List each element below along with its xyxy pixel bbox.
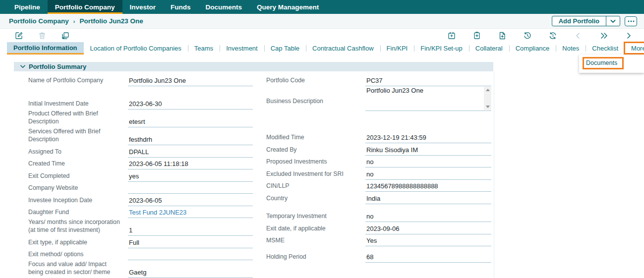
business-description-text: Portfolio Jun23 One [366,87,423,94]
field-row: Modified Time 2023-12-19 21:43:59 [266,131,491,144]
cin-llp-field[interactable]: 12345678988888888888 [365,182,491,192]
field-label: Modified Time [266,133,365,143]
sync-status-icon[interactable]: S [548,31,557,40]
tab-notes[interactable]: Notes [556,42,585,55]
field-row: Assigned To DPALL [28,145,253,158]
tab-teams[interactable]: Teams [188,42,220,55]
focus-and-value-add-field[interactable]: Gaetg [128,269,253,278]
field-row: Created By Rinku Sisodiya IM [266,143,491,156]
double-chevron-right-icon[interactable] [599,31,608,40]
holding-period-field[interactable]: 68 [365,253,491,263]
services-offered-field[interactable]: festhdrh [128,136,253,145]
business-description-textarea[interactable]: Portfolio Jun23 One [365,86,491,111]
field-label: Country [266,194,365,204]
field-row: Business Description Portfolio Jun23 One [266,86,491,111]
add-task-icon[interactable] [472,31,481,40]
delete-icon[interactable] [38,31,47,40]
field-row: Initial Investment Date 2023-06-30 [28,98,253,110]
add-calendar-icon[interactable] [447,31,456,40]
section-title: Portfolio Summary [29,63,86,70]
tab-contractual-cashflow[interactable]: Contractual Cashflow [306,42,380,55]
field-label: Created Time [28,160,128,169]
field-label: Excluded Investment for SRI [266,170,365,180]
tab-checklist[interactable]: Checklist [585,42,625,55]
history-icon[interactable] [523,31,532,40]
svg-text:S: S [552,34,554,37]
tab-collateral[interactable]: Collateral [469,42,509,55]
tab-cap-table[interactable]: Cap Table [264,42,306,55]
portfolio-summary-header[interactable]: Portfolio Summary [14,62,493,71]
tab-more-information[interactable]: More Information [625,42,644,55]
field-label: Exit Completed [28,172,128,182]
initial-investment-date-field[interactable]: 2023-06-30 [128,100,253,110]
chevron-right-icon[interactable] [624,31,633,40]
chevron-left-icon[interactable] [574,31,583,40]
field-row: Holding Period 68 [266,250,491,263]
more-actions-button[interactable] [625,16,637,26]
duplicate-icon[interactable] [61,31,70,40]
nav-item-funds[interactable]: Funds [163,0,198,14]
field-row: Daughter Fund Test Fund 2JUNE23 [28,206,253,219]
add-portfolio-button[interactable]: Add Portfolio [552,16,606,26]
country-field[interactable]: India [365,195,491,204]
name-of-portfolio-company-field[interactable]: Portfolio Jun23 One [128,77,253,86]
nav-item-query-management[interactable]: Query Management [249,0,326,14]
nav-item-pipeline[interactable]: Pipeline [7,0,48,14]
portfolio-summary-form: Name of Portfolio Company Portfolio Jun2… [0,74,644,278]
portfolio-code-field[interactable]: PC37 [365,77,491,86]
breadcrumb-bar: Portfolio Company › Portfolio Jun23 One … [0,14,644,29]
nav-item-documents[interactable]: Documents [198,0,250,14]
field-label: Exit type, if applicable [28,238,128,248]
msme-field[interactable]: Yes [365,237,491,246]
field-label: Product Offered with Brief Description [28,110,128,127]
exit-completed-field[interactable]: yes [128,172,253,182]
nav-item-investor[interactable]: Investor [122,0,164,14]
field-row: Country India [266,192,491,204]
top-navbar: Pipeline Portfolio Company Investor Fund… [0,0,644,14]
investee-inception-date-field[interactable]: 2023-06-05 [128,197,253,206]
exit-type-field[interactable]: Full [128,239,253,248]
tab-investment[interactable]: Investment [220,42,264,55]
field-label: Years/ months since incorporation (at ti… [28,218,128,236]
tab-compliance[interactable]: Compliance [509,42,556,55]
modified-time-field[interactable]: 2023-12-19 21:43:59 [365,134,491,143]
created-by-field[interactable]: Rinku Sisodiya IM [365,146,491,156]
breadcrumb-parent[interactable]: Portfolio Company [9,17,69,25]
field-row: Exit method/ options [28,248,253,261]
tab-location-of-portfolio-companies[interactable]: Location of Portfolio Companies [84,42,188,55]
field-row: CIN/LLP 12345678988888888888 [266,180,491,192]
daughter-fund-link[interactable]: Test Fund 2JUNE23 [128,209,253,218]
assigned-to-field[interactable]: DPALL [128,148,253,158]
ellipsis-icon [628,20,635,22]
company-website-field[interactable] [128,185,253,194]
proposed-investments-field[interactable]: no [365,158,491,167]
exit-date-field[interactable]: 2023-09-06 [365,225,491,234]
field-row: MSME Yes [266,234,491,247]
field-row: Exit Completed yes [28,169,253,182]
more-information-menu: Documents [579,55,644,73]
exit-method-field[interactable] [128,252,253,260]
tab-fin-kpi-set-up[interactable]: Fin/KPI Set-up [414,42,469,55]
field-row: Years/ months since incorporation (at ti… [28,218,253,236]
tab-fin-kpi[interactable]: Fin/KPI [380,42,414,55]
created-time-field[interactable]: 2023-06-05 11:18:18 [128,160,253,169]
form-column-left: Name of Portfolio Company Portfolio Jun2… [28,74,253,278]
field-label: Investee Inception Date [28,196,128,206]
menu-item-documents[interactable]: Documents [583,57,624,69]
tab-portfolio-information[interactable]: Portfolio Information [7,42,84,55]
temporary-investment-field[interactable]: no [365,213,491,222]
nav-item-portfolio-company[interactable]: Portfolio Company [48,0,122,14]
product-offered-field[interactable]: etesrt [128,118,253,127]
add-portfolio-split-button: Add Portfolio [552,16,620,26]
textarea-scrollbar[interactable] [484,87,491,110]
excluded-investment-sri-field[interactable]: no [365,170,491,180]
field-label: Proposed Investments [266,158,365,167]
years-since-incorporation-field[interactable]: 1 [128,226,253,236]
add-portfolio-dropdown-button[interactable] [606,16,620,26]
edit-icon[interactable] [14,31,23,40]
breadcrumb-separator-icon: › [73,18,75,24]
record-toolbar: S [0,29,644,42]
scroll-up-icon[interactable] [486,89,490,91]
scroll-down-icon[interactable] [486,106,490,108]
add-document-icon[interactable] [498,31,507,40]
